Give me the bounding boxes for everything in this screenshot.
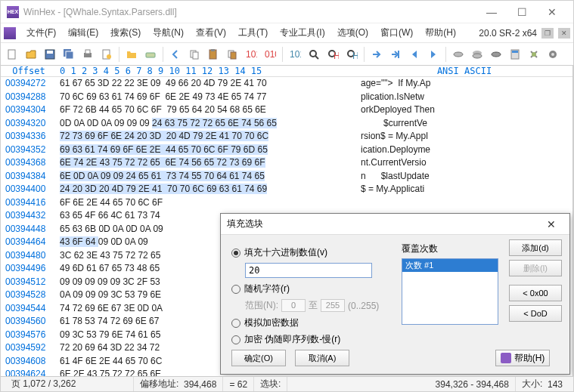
toolbar: 101 010 101 HEX HEX: [1, 43, 573, 66]
close-button[interactable]: ✕: [537, 2, 567, 23]
menu-search[interactable]: 搜索(S): [104, 24, 147, 42]
version-label: 20.0 SR-2 x64: [479, 28, 537, 39]
ascii-cell: rsion$ = My.Appl: [356, 130, 572, 144]
menu-tools[interactable]: 工具(T): [232, 24, 274, 42]
menu-nav[interactable]: 导航(N): [147, 24, 190, 42]
tb-folder-icon[interactable]: [123, 46, 140, 63]
tb-disk-icon[interactable]: [142, 46, 159, 63]
ascii-cell: nt.CurrentVersio: [356, 156, 572, 170]
status-page: 页 1,072 / 3,262: [5, 377, 134, 391]
hex-row[interactable]: 0039435269 63 61 74 69 6F 6E 2E 44 65 70…: [1, 144, 572, 157]
tb-copy-icon[interactable]: [186, 46, 203, 63]
hex-row[interactable]: 003944166F 6E 2E 44 65 70 6C 6F: [1, 196, 572, 210]
radio-encrypt-label: 模拟加密数据: [244, 316, 299, 329]
bytes-cell[interactable]: 69 63 61 74 69 6F 6E 2E 44 65 70 6C 6F 7…: [57, 144, 356, 157]
tb-bits-icon[interactable]: 101: [287, 46, 303, 63]
menu-view[interactable]: 查看(V): [190, 24, 232, 42]
tb-next-icon[interactable]: [425, 46, 442, 63]
tb-findtxt-icon[interactable]: HEX: [343, 46, 360, 63]
svg-rect-13: [211, 49, 215, 51]
tb-hex-icon[interactable]: 101: [243, 46, 259, 63]
tb-cut-icon[interactable]: [224, 46, 240, 63]
tb-settings-icon[interactable]: [545, 46, 561, 63]
ascii-cell: [356, 196, 572, 210]
ascii-cell: plication.IsNetw: [356, 91, 572, 104]
help-button[interactable]: 帮助(H): [495, 350, 550, 366]
hex-row[interactable]: 0039440024 20 3D 20 4D 79 2E 41 70 70 6C…: [1, 183, 572, 196]
svg-rect-11: [193, 52, 198, 59]
bytes-cell[interactable]: 70 6C 69 63 61 74 69 6F 6E 2E 49 73 4E 6…: [57, 91, 356, 104]
menu-window[interactable]: 窗口(W): [374, 24, 419, 42]
bytes-cell[interactable]: 6F 6E 2E 44 65 70 6C 6F: [57, 196, 356, 210]
fill-0x00-button[interactable]: < 0x00: [509, 285, 562, 301]
tb-hex2-icon[interactable]: 010: [262, 46, 278, 63]
repeat-listbox[interactable]: 次数 #1: [402, 258, 498, 325]
bytes-cell[interactable]: 24 20 3D 20 4D 79 2E 41 70 70 6C 69 63 6…: [57, 183, 356, 196]
app-icon: HEX: [7, 6, 19, 18]
add-button[interactable]: 添加(d): [509, 239, 562, 256]
tb-options-icon[interactable]: [526, 46, 542, 63]
dialog-close-button[interactable]: ✕: [539, 216, 563, 233]
tb-open-icon[interactable]: [23, 46, 39, 63]
svg-text:010: 010: [265, 49, 276, 60]
ascii-cell: n $lastUpdate: [356, 170, 572, 184]
tb-save-icon[interactable]: [42, 46, 58, 63]
tb-disk1-icon[interactable]: [450, 46, 467, 63]
maximize-button[interactable]: ☐: [507, 2, 537, 23]
hex-row[interactable]: 003943200D 0A 0D 0A 09 09 09 24 63 75 72…: [1, 117, 572, 131]
offset-cell: 00394352: [1, 144, 57, 157]
range-from: 0: [281, 299, 306, 312]
cancel-button[interactable]: 取消(A): [295, 350, 349, 366]
ok-button[interactable]: 确定(O): [231, 350, 286, 366]
hex-row[interactable]: 0039427261 67 65 3D 22 22 3E 09 49 66 20…: [1, 77, 572, 91]
list-item[interactable]: 次数 #1: [402, 259, 498, 272]
tb-findhex-icon[interactable]: HEX: [324, 46, 341, 63]
menu-options[interactable]: 选项(O): [331, 24, 374, 42]
bytes-cell[interactable]: 6F 72 6B 44 65 70 6C 6F 79 65 64 20 54 6…: [57, 103, 356, 117]
help-label: 帮助(H): [514, 352, 545, 365]
hex-row[interactable]: 003943046F 72 6B 44 65 70 6C 6F 79 65 64…: [1, 103, 572, 117]
offset-cell: 00394384: [1, 170, 57, 184]
fill-dialog: 填充选块 ✕ 填充十六进制数值(v) 随机字符(r) 范围(N): 0 至 25…: [220, 213, 570, 375]
menu-protools[interactable]: 专业工具(I): [274, 24, 330, 42]
tb-prev-icon[interactable]: [406, 46, 423, 63]
repeat-label: 覆盖次数: [402, 242, 498, 255]
mdi-restore-button[interactable]: ❐: [541, 28, 554, 39]
radio-hex[interactable]: [231, 248, 240, 258]
hex-value-input[interactable]: [245, 263, 372, 278]
tb-calc-icon[interactable]: [507, 46, 523, 63]
bytes-cell[interactable]: 6E 0D 0A 09 09 24 65 61 73 74 55 70 64 6…: [57, 170, 356, 184]
delete-button[interactable]: 删除(l): [509, 260, 562, 276]
menu-edit[interactable]: 编辑(E): [62, 24, 104, 42]
radio-encrypt[interactable]: [231, 319, 240, 328]
svg-rect-15: [231, 52, 236, 59]
tb-find-icon[interactable]: [306, 46, 322, 63]
hex-row[interactable]: 0039433672 73 69 6F 6E 24 20 3D 20 4D 79…: [1, 130, 572, 144]
minimize-button[interactable]: —: [476, 2, 507, 23]
tb-saveall-icon[interactable]: [61, 46, 77, 63]
bytes-cell[interactable]: 61 67 65 3D 22 22 3E 09 49 66 20 4D 79 2…: [57, 77, 356, 91]
tb-disk2-icon[interactable]: [469, 46, 486, 63]
hex-row[interactable]: 003943846E 0D 0A 09 09 24 65 61 73 74 55…: [1, 170, 572, 184]
bytes-cell[interactable]: 0D 0A 0D 0A 09 09 09 24 63 75 72 72 65 6…: [57, 117, 356, 131]
bytes-cell[interactable]: 6E 74 2E 43 75 72 72 65 6E 74 56 65 72 7…: [57, 156, 356, 170]
hex-row[interactable]: 0039428870 6C 69 63 61 74 69 6F 6E 2E 49…: [1, 91, 572, 104]
tb-properties-icon[interactable]: [98, 46, 115, 63]
menu-file[interactable]: 文件(F): [20, 24, 62, 42]
fill-dod-button[interactable]: < DoD: [509, 305, 562, 322]
bytes-cell[interactable]: 72 73 69 6F 6E 24 20 3D 20 4D 79 2E 41 7…: [57, 130, 356, 144]
offset-cell: 00394320: [1, 117, 57, 131]
tb-goto-icon[interactable]: [368, 46, 385, 63]
radio-slow[interactable]: [231, 335, 240, 344]
hex-row[interactable]: 003943686E 74 2E 43 75 72 72 65 6E 74 56…: [1, 156, 572, 170]
tb-disk3-icon[interactable]: [488, 46, 504, 63]
tb-gotoend-icon[interactable]: [387, 46, 404, 63]
mdi-close-button[interactable]: ✕: [558, 28, 570, 39]
tb-new-icon[interactable]: [4, 46, 20, 63]
menu-help[interactable]: 帮助(H): [419, 24, 462, 42]
svg-point-8: [107, 54, 111, 59]
tb-back-icon[interactable]: [167, 46, 184, 63]
tb-paste-icon[interactable]: [205, 46, 222, 63]
radio-random[interactable]: [231, 285, 240, 294]
tb-print-icon[interactable]: [79, 46, 96, 63]
